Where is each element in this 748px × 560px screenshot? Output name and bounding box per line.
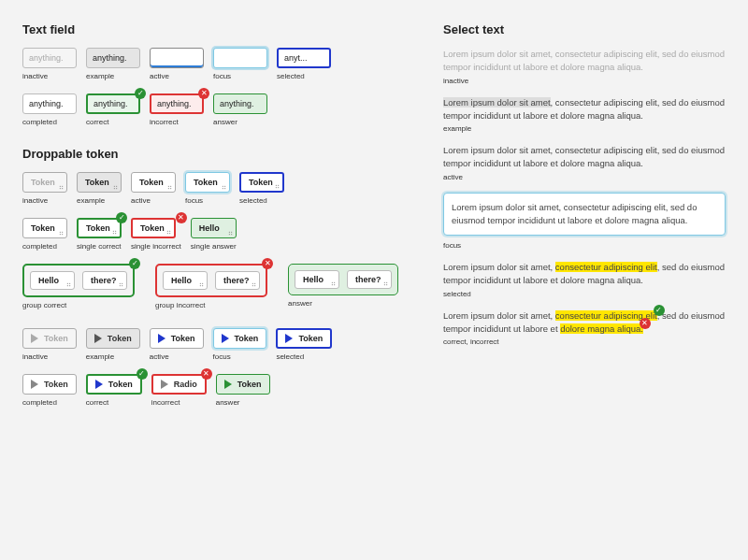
textfield-completed[interactable]: anything. — [22, 93, 77, 114]
label-completed: completed — [22, 118, 77, 126]
label-correct-incorrect: correct, incorrect — [443, 337, 726, 346]
play-icon — [222, 334, 229, 343]
label-focus: focus — [443, 241, 726, 250]
grip-icon — [199, 282, 204, 287]
label-inactive: inactive — [22, 196, 67, 205]
play-token-incorrect[interactable]: Radio — [151, 374, 207, 395]
grip-icon — [166, 230, 171, 235]
token-active[interactable]: Token — [131, 172, 176, 193]
grip-icon — [331, 281, 336, 286]
textfield-active[interactable] — [150, 48, 204, 68]
grip-icon — [228, 231, 233, 236]
play-icon — [285, 334, 293, 343]
selecttext-inactive: Lorem ipsum dolor sit amet, consectetur … — [443, 48, 726, 75]
label-single-answer: single answer — [191, 242, 237, 251]
token-there[interactable]: there? — [347, 270, 392, 289]
play-token-completed[interactable]: Token — [22, 374, 77, 395]
token-selected[interactable]: Token — [239, 172, 284, 193]
token-group-answer[interactable]: Hello there? — [288, 264, 398, 295]
label-single-correct: single correct — [77, 242, 122, 251]
label-group-correct: group correct — [22, 301, 135, 309]
play-token-inactive[interactable]: Token — [22, 328, 77, 349]
token-group-correct[interactable]: Hello there? — [22, 264, 135, 297]
token-single-incorrect[interactable]: Token — [131, 218, 176, 238]
label-active: active — [150, 72, 204, 80]
play-icon — [94, 334, 102, 343]
textfield-inactive[interactable]: anything. — [22, 48, 77, 68]
selection-incorrect: dolore magna aliqua. — [560, 323, 643, 334]
play-token-answer[interactable]: Token — [216, 374, 270, 395]
grip-icon — [119, 282, 123, 287]
play-icon — [31, 380, 38, 389]
textfield-correct[interactable]: anything. — [86, 93, 140, 114]
section-droppable-title: Droppable token — [22, 147, 415, 161]
check-icon: ✓ — [135, 88, 146, 99]
selecttext-example[interactable]: Lorem ipsum dolor sit amet, consectetur … — [443, 96, 726, 123]
label-example: example — [86, 72, 140, 80]
token-group-incorrect[interactable]: Hello there? — [155, 264, 267, 297]
selecttext-selected[interactable]: Lorem ipsum dolor sit amet, consectetur … — [443, 261, 726, 288]
grip-icon — [113, 185, 118, 190]
cross-icon: ✕ — [176, 212, 187, 223]
textfield-answer[interactable]: anything. — [213, 93, 267, 114]
token-inactive[interactable]: Token — [22, 172, 67, 193]
token-single-answer[interactable]: Hello — [191, 218, 237, 238]
play-token-selected[interactable]: Token — [276, 328, 332, 349]
play-icon — [31, 334, 38, 343]
label-selected: selected — [277, 72, 331, 80]
section-textfield-title: Text field — [22, 22, 415, 36]
token-there[interactable]: there? — [82, 271, 127, 290]
selecttext-focus[interactable]: Lorem ipsum dolor sit amet, consectetur … — [443, 193, 726, 237]
token-there[interactable]: there? — [215, 271, 260, 290]
check-icon: ✓ — [116, 212, 127, 223]
textfield-example[interactable]: anything. — [86, 48, 140, 68]
token-example[interactable]: Token — [77, 172, 122, 193]
label-answer: answer — [213, 118, 267, 126]
label-group-incorrect: group incorrect — [155, 301, 267, 309]
token-hello[interactable]: Hello — [163, 271, 208, 290]
cross-icon: ✕ — [198, 88, 209, 99]
play-icon — [161, 380, 168, 389]
play-icon — [224, 380, 232, 389]
play-token-focus[interactable]: Token — [213, 328, 267, 349]
textfield-selected[interactable]: anyt... — [277, 48, 331, 68]
example-highlight: Lorem ipsum dolor sit amet — [443, 97, 551, 108]
cross-icon: ✕ — [640, 318, 651, 329]
token-single-correct[interactable]: Token — [77, 218, 122, 238]
label-focus: focus — [213, 352, 267, 361]
label-answer: answer — [216, 398, 270, 407]
textfield-focus[interactable] — [213, 48, 267, 68]
grip-icon — [112, 230, 117, 235]
label-single-incorrect: single incorrect — [131, 242, 181, 251]
token-hello[interactable]: Hello — [30, 271, 75, 290]
label-example: example — [86, 352, 140, 361]
label-example: example — [443, 124, 726, 133]
label-answer: answer — [288, 299, 398, 308]
token-completed[interactable]: Token — [22, 218, 67, 238]
label-selected: selected — [443, 290, 726, 298]
label-active: active — [131, 196, 176, 205]
check-icon: ✓ — [654, 305, 665, 316]
textfield-incorrect[interactable]: anything. — [150, 93, 204, 114]
label-correct: correct — [86, 118, 140, 126]
label-selected: selected — [239, 196, 284, 205]
label-inactive: inactive — [22, 72, 77, 80]
grip-icon — [59, 231, 64, 236]
selecttext-active[interactable]: Lorem ipsum dolor sit amet, consectetur … — [443, 144, 726, 171]
play-token-example[interactable]: Token — [86, 328, 140, 349]
token-focus[interactable]: Token — [185, 172, 230, 193]
label-completed: completed — [22, 398, 77, 407]
grip-icon — [275, 184, 280, 189]
selecttext-correct-incorrect[interactable]: Lorem ipsum dolor sit amet, consectetur … — [443, 309, 726, 337]
grip-icon — [222, 185, 226, 190]
label-inactive: inactive — [443, 77, 726, 85]
label-incorrect: incorrect — [151, 398, 207, 407]
check-icon: ✓ — [137, 368, 148, 380]
section-selecttext-title: Select text — [443, 22, 726, 36]
play-token-correct[interactable]: Token — [86, 374, 142, 395]
check-icon: ✓ — [129, 258, 140, 269]
label-focus: focus — [213, 72, 267, 80]
play-token-active[interactable]: Token — [150, 328, 204, 349]
grip-icon — [59, 185, 64, 190]
token-hello[interactable]: Hello — [295, 270, 339, 289]
